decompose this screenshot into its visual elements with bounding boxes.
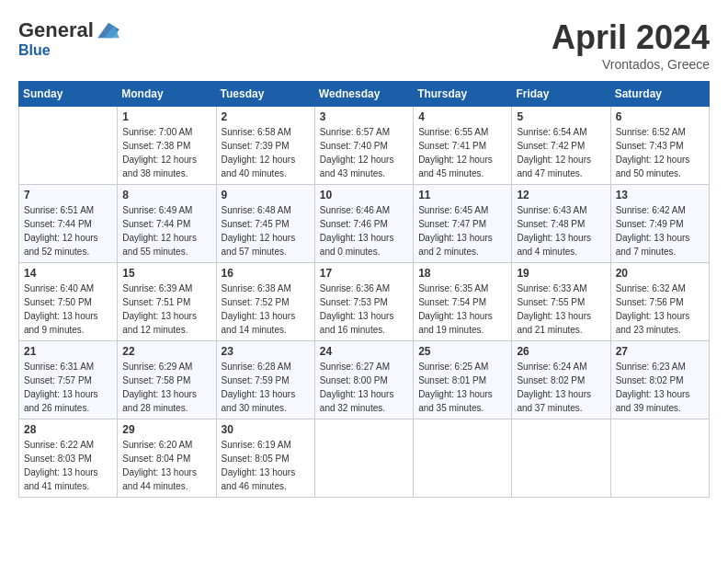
title-area: April 2024 Vrontados, Greece [552,18,710,72]
day-number: 28 [24,423,112,436]
calendar-day-cell: 18 Sunrise: 6:35 AMSunset: 7:54 PMDaylig… [414,263,512,341]
calendar-day-cell [512,419,610,498]
location-text: Vrontados, Greece [552,57,710,72]
day-number: 23 [222,345,310,358]
calendar-day-cell: 2 Sunrise: 6:58 AMSunset: 7:39 PMDayligh… [216,107,314,185]
day-number: 17 [320,267,408,280]
day-info: Sunrise: 6:22 AMSunset: 8:03 PMDaylight:… [24,438,112,493]
calendar-day-cell: 1 Sunrise: 7:00 AMSunset: 7:38 PMDayligh… [118,107,216,185]
day-number: 24 [320,345,408,358]
day-info: Sunrise: 6:40 AMSunset: 7:50 PMDaylight:… [24,282,112,337]
logo: General Blue [18,18,121,59]
calendar-table: SundayMondayTuesdayWednesdayThursdayFrid… [18,81,710,498]
day-number: 2 [222,110,310,123]
calendar-day-cell: 28 Sunrise: 6:22 AMSunset: 8:03 PMDaylig… [19,419,118,498]
calendar-day-cell: 10 Sunrise: 6:46 AMSunset: 7:46 PMDaylig… [314,185,413,263]
calendar-week-row: 1 Sunrise: 7:00 AMSunset: 7:38 PMDayligh… [19,107,710,185]
day-number: 11 [418,189,506,201]
day-info: Sunrise: 6:28 AMSunset: 7:59 PMDaylight:… [222,360,310,415]
day-of-week-header: Saturday [610,82,709,107]
calendar-day-cell: 27 Sunrise: 6:23 AMSunset: 8:02 PMDaylig… [610,341,709,419]
day-number: 5 [517,110,605,123]
day-info: Sunrise: 6:54 AMSunset: 7:42 PMDaylight:… [517,125,605,180]
day-info: Sunrise: 6:24 AMSunset: 8:02 PMDaylight:… [517,360,605,415]
day-info: Sunrise: 6:25 AMSunset: 8:01 PMDaylight:… [418,360,506,415]
day-number: 7 [24,189,112,201]
day-number: 15 [122,267,210,280]
calendar-header-row: SundayMondayTuesdayWednesdayThursdayFrid… [19,82,710,107]
day-info: Sunrise: 6:39 AMSunset: 7:51 PMDaylight:… [122,282,210,337]
calendar-week-row: 28 Sunrise: 6:22 AMSunset: 8:03 PMDaylig… [19,419,710,498]
day-number: 27 [616,345,704,358]
day-number: 18 [418,267,506,280]
calendar-day-cell: 9 Sunrise: 6:48 AMSunset: 7:45 PMDayligh… [216,185,314,263]
day-number: 9 [222,189,310,201]
day-number: 30 [222,423,310,436]
month-title: April 2024 [552,18,710,57]
day-number: 8 [122,189,210,201]
day-info: Sunrise: 6:35 AMSunset: 7:54 PMDaylight:… [418,282,506,337]
day-info: Sunrise: 6:33 AMSunset: 7:55 PMDaylight:… [517,282,605,337]
calendar-week-row: 21 Sunrise: 6:31 AMSunset: 7:57 PMDaylig… [19,341,710,419]
calendar-day-cell [414,419,512,498]
day-info: Sunrise: 6:27 AMSunset: 8:00 PMDaylight:… [320,360,408,415]
day-number: 13 [616,189,704,201]
calendar-day-cell: 13 Sunrise: 6:42 AMSunset: 7:49 PMDaylig… [610,185,709,263]
calendar-day-cell [314,419,413,498]
calendar-day-cell: 26 Sunrise: 6:24 AMSunset: 8:02 PMDaylig… [512,341,610,419]
calendar-day-cell: 29 Sunrise: 6:20 AMSunset: 8:04 PMDaylig… [118,419,216,498]
calendar-day-cell: 4 Sunrise: 6:55 AMSunset: 7:41 PMDayligh… [414,107,512,185]
day-of-week-header: Tuesday [216,82,314,107]
day-info: Sunrise: 6:45 AMSunset: 7:47 PMDaylight:… [418,203,506,259]
day-number: 21 [24,345,112,358]
day-info: Sunrise: 6:58 AMSunset: 7:39 PMDaylight:… [222,125,310,180]
day-number: 3 [320,110,408,123]
day-number: 25 [418,345,506,358]
day-info: Sunrise: 6:23 AMSunset: 8:02 PMDaylight:… [616,360,704,415]
day-number: 6 [616,110,704,123]
day-info: Sunrise: 6:49 AMSunset: 7:44 PMDaylight:… [122,203,210,259]
day-info: Sunrise: 6:29 AMSunset: 7:58 PMDaylight:… [122,360,210,415]
day-info: Sunrise: 6:55 AMSunset: 7:41 PMDaylight:… [418,125,506,180]
calendar-day-cell: 16 Sunrise: 6:38 AMSunset: 7:52 PMDaylig… [216,263,314,341]
calendar-day-cell: 3 Sunrise: 6:57 AMSunset: 7:40 PMDayligh… [314,107,413,185]
calendar-day-cell: 17 Sunrise: 6:36 AMSunset: 7:53 PMDaylig… [314,263,413,341]
day-of-week-header: Wednesday [314,82,413,107]
calendar-day-cell: 7 Sunrise: 6:51 AMSunset: 7:44 PMDayligh… [19,185,118,263]
day-info: Sunrise: 6:46 AMSunset: 7:46 PMDaylight:… [320,203,408,259]
day-number: 4 [418,110,506,123]
calendar-day-cell: 25 Sunrise: 6:25 AMSunset: 8:01 PMDaylig… [414,341,512,419]
day-number: 20 [616,267,704,280]
day-info: Sunrise: 6:51 AMSunset: 7:44 PMDaylight:… [24,203,112,259]
day-of-week-header: Friday [512,82,610,107]
day-number: 29 [122,423,210,436]
day-info: Sunrise: 6:32 AMSunset: 7:56 PMDaylight:… [616,282,704,337]
calendar-day-cell: 6 Sunrise: 6:52 AMSunset: 7:43 PMDayligh… [610,107,709,185]
day-number: 1 [122,110,210,123]
day-info: Sunrise: 6:57 AMSunset: 7:40 PMDaylight:… [320,125,408,180]
day-info: Sunrise: 6:52 AMSunset: 7:43 PMDaylight:… [616,125,704,180]
calendar-day-cell: 8 Sunrise: 6:49 AMSunset: 7:44 PMDayligh… [118,185,216,263]
calendar-day-cell: 5 Sunrise: 6:54 AMSunset: 7:42 PMDayligh… [512,107,610,185]
day-number: 12 [517,189,605,201]
day-number: 16 [222,267,310,280]
calendar-week-row: 7 Sunrise: 6:51 AMSunset: 7:44 PMDayligh… [19,185,710,263]
day-number: 22 [122,345,210,358]
day-of-week-header: Thursday [414,82,512,107]
day-number: 26 [517,345,605,358]
calendar-day-cell: 21 Sunrise: 6:31 AMSunset: 7:57 PMDaylig… [19,341,118,419]
calendar-day-cell: 24 Sunrise: 6:27 AMSunset: 8:00 PMDaylig… [314,341,413,419]
day-info: Sunrise: 6:20 AMSunset: 8:04 PMDaylight:… [122,438,210,493]
calendar-day-cell [610,419,709,498]
page-header: General Blue April 2024 Vrontados, Greec… [18,18,710,72]
calendar-day-cell: 14 Sunrise: 6:40 AMSunset: 7:50 PMDaylig… [19,263,118,341]
day-info: Sunrise: 6:31 AMSunset: 7:57 PMDaylight:… [24,360,112,415]
day-info: Sunrise: 6:43 AMSunset: 7:48 PMDaylight:… [517,203,605,259]
calendar-day-cell: 23 Sunrise: 6:28 AMSunset: 7:59 PMDaylig… [216,341,314,419]
day-info: Sunrise: 6:48 AMSunset: 7:45 PMDaylight:… [222,203,310,259]
day-number: 19 [517,267,605,280]
calendar-day-cell [19,107,118,185]
day-number: 10 [320,189,408,201]
day-info: Sunrise: 6:19 AMSunset: 8:05 PMDaylight:… [222,438,310,493]
day-info: Sunrise: 7:00 AMSunset: 7:38 PMDaylight:… [122,125,210,180]
